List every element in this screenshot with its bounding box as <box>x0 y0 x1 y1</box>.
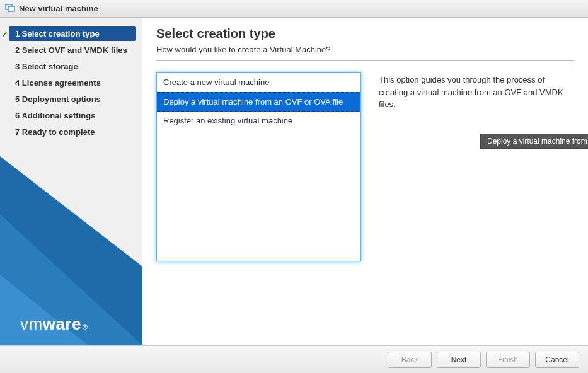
step-select-creation-type[interactable]: ✓ 1 Select creation type <box>9 26 136 41</box>
page-title: Select creation type <box>156 26 574 41</box>
option-deploy-ovf-ova[interactable]: Deploy a virtual machine from an OVF or … <box>157 92 360 112</box>
step-select-ovf-vmdk[interactable]: 2 Select OVF and VMDK files <box>0 43 142 57</box>
logo-ware: ware <box>43 314 81 334</box>
vm-icon <box>5 3 15 14</box>
wizard-content: Select creation type How would you like … <box>142 18 588 345</box>
cancel-button[interactable]: Cancel <box>535 352 579 368</box>
vmware-logo: vmware® <box>20 314 88 334</box>
checkmark-icon: ✓ <box>1 30 8 39</box>
step-num: 7 <box>15 127 20 137</box>
creation-type-listbox[interactable]: Create a new virtual machine Deploy a vi… <box>156 72 361 261</box>
next-button[interactable]: Next <box>437 352 481 368</box>
tooltip: Deploy a virtual machine from an OVF or … <box>480 134 588 149</box>
option-register-existing[interactable]: Register an existing virtual machine <box>157 112 360 130</box>
page-subtitle: How would you like to create a Virtual M… <box>156 45 574 54</box>
step-deployment-options[interactable]: 5 Deployment options <box>0 92 142 106</box>
step-label: Select storage <box>22 62 78 71</box>
wizard-steps: ✓ 1 Select creation type 2 Select OVF an… <box>0 18 142 139</box>
step-num: 4 <box>15 78 20 88</box>
step-label: Additional settings <box>21 111 95 120</box>
step-label: Deployment options <box>22 95 101 104</box>
divider <box>156 60 574 61</box>
step-label: Ready to complete <box>22 127 95 137</box>
option-description: This option guides you through the proce… <box>379 72 574 261</box>
step-select-storage[interactable]: 3 Select storage <box>0 59 142 74</box>
logo-reg: ® <box>83 323 88 331</box>
step-num: 2 <box>15 45 20 55</box>
step-num: 5 <box>15 95 20 104</box>
step-num: 3 <box>15 62 20 71</box>
wizard-footer: Back Next Finish Cancel <box>0 345 588 373</box>
step-ready-complete[interactable]: 7 Ready to complete <box>0 125 142 139</box>
step-license-agreements[interactable]: 4 License agreements <box>0 76 142 90</box>
svg-rect-1 <box>8 6 14 11</box>
window-title: New virtual machine <box>19 4 98 13</box>
svg-marker-4 <box>0 275 88 345</box>
wizard-sidebar: ✓ 1 Select creation type 2 Select OVF an… <box>0 18 142 345</box>
sidebar-triangles-decor <box>0 131 142 345</box>
step-num: 1 <box>15 29 20 38</box>
step-label: Select creation type <box>22 29 100 38</box>
step-label: Select OVF and VMDK files <box>22 45 127 55</box>
finish-button[interactable]: Finish <box>486 352 530 368</box>
step-num: 6 <box>15 111 20 120</box>
option-create-new-vm[interactable]: Create a new virtual machine <box>157 73 360 92</box>
step-label: License agreements <box>22 78 101 88</box>
back-button[interactable]: Back <box>388 352 432 368</box>
content-row: Create a new virtual machine Deploy a vi… <box>156 72 574 261</box>
titlebar: New virtual machine <box>0 0 588 18</box>
logo-vm: vm <box>20 314 43 334</box>
step-additional-settings[interactable]: 6 Additional settings <box>0 108 142 123</box>
main-body: ✓ 1 Select creation type 2 Select OVF an… <box>0 18 588 345</box>
